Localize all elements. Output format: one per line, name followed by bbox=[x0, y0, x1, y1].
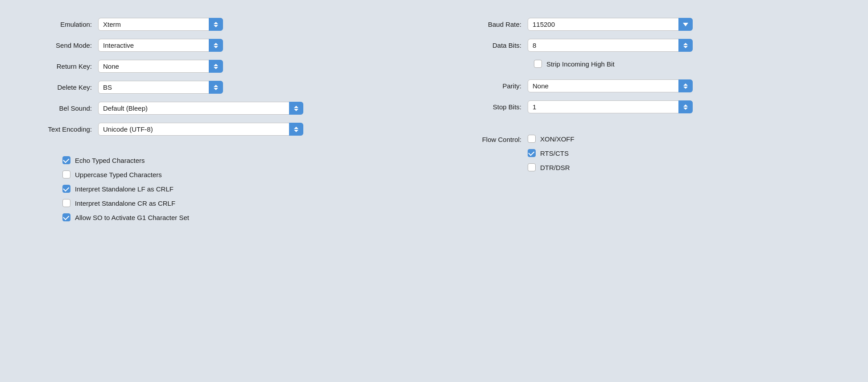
baud-rate-select-wrapper[interactable]: 115200 9600 19200 38400 57600 bbox=[528, 18, 693, 31]
interpret-cr-checkbox[interactable] bbox=[62, 199, 70, 207]
strip-row: Strip Incoming High Bit bbox=[452, 60, 841, 68]
text-encoding-row: Text Encoding: Unicode (UTF-8) ASCII Lat… bbox=[27, 123, 416, 136]
flow-control-checkboxes: XON/XOFF RTS/CTS DTR/DSR bbox=[528, 135, 575, 171]
interpret-lf-label: Interpret Standalone LF as CRLF bbox=[75, 185, 174, 193]
strip-checkbox-row[interactable]: Strip Incoming High Bit bbox=[534, 60, 615, 68]
data-bits-row: Data Bits: 8 7 6 5 bbox=[452, 39, 841, 52]
uppercase-label: Uppercase Typed Characters bbox=[75, 171, 162, 179]
text-encoding-select-wrapper[interactable]: Unicode (UTF-8) ASCII Latin-1 bbox=[98, 123, 303, 136]
bel-sound-label: Bel Sound: bbox=[27, 104, 98, 112]
strip-checkbox[interactable] bbox=[534, 60, 542, 68]
echo-checkbox[interactable] bbox=[62, 156, 70, 164]
parity-row: Parity: None Odd Even Mark Space bbox=[452, 79, 841, 92]
dtrdsr-checkbox[interactable] bbox=[528, 163, 536, 171]
allow-so-checkbox[interactable] bbox=[62, 213, 70, 221]
left-panel: Emulation: Xterm VT100 VT220 ANSI Send M… bbox=[27, 18, 416, 221]
data-bits-select-wrapper[interactable]: 8 7 6 5 bbox=[528, 39, 693, 52]
bel-sound-row: Bel Sound: Default (Bleep) None Custom bbox=[27, 102, 416, 115]
return-key-select[interactable]: None CR LF CRLF bbox=[98, 60, 223, 73]
parity-label: Parity: bbox=[452, 82, 528, 90]
dtrdsr-label: DTR/DSR bbox=[540, 164, 570, 171]
rtscts-checkbox-row[interactable]: RTS/CTS bbox=[528, 149, 575, 157]
dtrdsr-checkbox-row[interactable]: DTR/DSR bbox=[528, 163, 575, 171]
xonxoff-checkbox[interactable] bbox=[528, 135, 536, 143]
strip-label: Strip Incoming High Bit bbox=[546, 60, 615, 68]
delete-key-row: Delete Key: BS DEL bbox=[27, 81, 416, 94]
return-key-select-wrapper[interactable]: None CR LF CRLF bbox=[98, 60, 223, 73]
return-key-row: Return Key: None CR LF CRLF bbox=[27, 60, 416, 73]
emulation-select-wrapper[interactable]: Xterm VT100 VT220 ANSI bbox=[98, 18, 223, 31]
delete-key-select[interactable]: BS DEL bbox=[98, 81, 223, 94]
interpret-cr-label: Interpret Standalone CR as CRLF bbox=[75, 199, 175, 207]
delete-key-select-wrapper[interactable]: BS DEL bbox=[98, 81, 223, 94]
uppercase-checkbox-row[interactable]: Uppercase Typed Characters bbox=[62, 170, 416, 179]
text-encoding-label: Text Encoding: bbox=[27, 125, 98, 133]
parity-select-wrapper[interactable]: None Odd Even Mark Space bbox=[528, 79, 693, 92]
stop-bits-select[interactable]: 1 1.5 2 bbox=[528, 100, 693, 113]
allow-so-checkbox-row[interactable]: Allow SO to Activate G1 Character Set bbox=[62, 213, 416, 221]
text-encoding-select[interactable]: Unicode (UTF-8) ASCII Latin-1 bbox=[98, 123, 303, 136]
flow-control-row: Flow Control: XON/XOFF RTS/CTS DTR/DSR bbox=[452, 135, 841, 171]
right-panel: Baud Rate: 115200 9600 19200 38400 57600… bbox=[452, 18, 841, 221]
interpret-cr-checkbox-row[interactable]: Interpret Standalone CR as CRLF bbox=[62, 199, 416, 207]
baud-rate-row: Baud Rate: 115200 9600 19200 38400 57600 bbox=[452, 18, 841, 31]
interpret-lf-checkbox-row[interactable]: Interpret Standalone LF as CRLF bbox=[62, 185, 416, 193]
xonxoff-label: XON/XOFF bbox=[540, 135, 575, 143]
rtscts-checkbox[interactable] bbox=[528, 149, 536, 157]
return-key-label: Return Key: bbox=[27, 62, 98, 70]
allow-so-label: Allow SO to Activate G1 Character Set bbox=[75, 214, 189, 221]
rtscts-label: RTS/CTS bbox=[540, 149, 569, 157]
bel-sound-select[interactable]: Default (Bleep) None Custom bbox=[98, 102, 303, 115]
parity-select[interactable]: None Odd Even Mark Space bbox=[528, 79, 693, 92]
data-bits-select[interactable]: 8 7 6 5 bbox=[528, 39, 693, 52]
stop-bits-label: Stop Bits: bbox=[452, 103, 528, 111]
flow-control-label: Flow Control: bbox=[452, 135, 528, 143]
emulation-select[interactable]: Xterm VT100 VT220 ANSI bbox=[98, 18, 223, 31]
uppercase-checkbox[interactable] bbox=[62, 170, 70, 179]
send-mode-select[interactable]: Interactive Line Character bbox=[98, 39, 223, 52]
delete-key-label: Delete Key: bbox=[27, 83, 98, 91]
interpret-lf-checkbox[interactable] bbox=[62, 185, 70, 193]
emulation-row: Emulation: Xterm VT100 VT220 ANSI bbox=[27, 18, 416, 31]
send-mode-row: Send Mode: Interactive Line Character bbox=[27, 39, 416, 52]
echo-label: Echo Typed Characters bbox=[75, 157, 145, 164]
send-mode-select-wrapper[interactable]: Interactive Line Character bbox=[98, 39, 223, 52]
xonxoff-checkbox-row[interactable]: XON/XOFF bbox=[528, 135, 575, 143]
stop-bits-select-wrapper[interactable]: 1 1.5 2 bbox=[528, 100, 693, 113]
bel-sound-select-wrapper[interactable]: Default (Bleep) None Custom bbox=[98, 102, 303, 115]
baud-rate-select[interactable]: 115200 9600 19200 38400 57600 bbox=[528, 18, 693, 31]
main-container: Emulation: Xterm VT100 VT220 ANSI Send M… bbox=[27, 18, 841, 221]
data-bits-label: Data Bits: bbox=[452, 42, 528, 49]
left-checkboxes: Echo Typed Characters Uppercase Typed Ch… bbox=[27, 156, 416, 221]
emulation-label: Emulation: bbox=[27, 21, 98, 28]
stop-bits-row: Stop Bits: 1 1.5 2 bbox=[452, 100, 841, 113]
send-mode-label: Send Mode: bbox=[27, 42, 98, 49]
baud-rate-label: Baud Rate: bbox=[452, 21, 528, 28]
echo-checkbox-row[interactable]: Echo Typed Characters bbox=[62, 156, 416, 164]
